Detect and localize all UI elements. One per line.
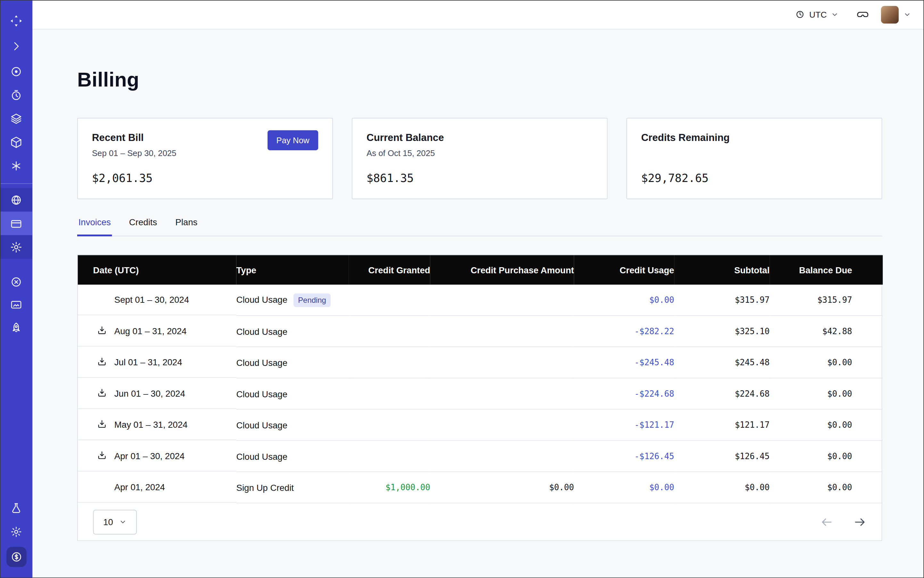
download-invoice-button[interactable] [97, 357, 107, 367]
previous-page-button[interactable] [820, 515, 833, 528]
credit-purchase-value: $0.00 [430, 472, 574, 503]
sidebar-item-monitor[interactable] [0, 296, 32, 313]
layers-icon [10, 112, 23, 125]
subtotal-value: $121.17 [674, 409, 770, 440]
credit-usage-value: -$282.22 [574, 316, 674, 347]
logo-icon[interactable] [0, 12, 32, 29]
credits-remaining-card: Credits Remaining $29,782.65 [626, 118, 882, 199]
credit-usage-value: -$121.17 [574, 409, 674, 440]
credit-usage-value: -$245.48 [574, 347, 674, 378]
account-menu[interactable] [881, 5, 911, 23]
column-header-type: Type [236, 255, 349, 284]
invoice-type: Cloud Usage [236, 294, 288, 304]
tab-plans[interactable]: Plans [174, 213, 199, 236]
table-footer: 10 [78, 503, 882, 541]
balance-due-value: $0.00 [770, 472, 883, 503]
pay-now-button[interactable]: Pay Now [268, 130, 318, 150]
chevron-down-icon [119, 518, 127, 526]
target-icon [10, 65, 23, 78]
balance-due-value: $315.97 [770, 284, 883, 316]
arrow-left-icon [820, 515, 833, 528]
sidebar-item-circle-x[interactable] [0, 273, 32, 290]
page-size-select[interactable]: 10 [93, 510, 137, 534]
glasses-button[interactable] [856, 8, 869, 21]
timezone-label: UTC [809, 10, 827, 19]
invoice-type: Cloud Usage [236, 326, 288, 336]
invoice-date: Jun 01 – 30, 2024 [114, 388, 185, 398]
sidebar-item-rocket[interactable] [0, 320, 32, 336]
tab-invoices[interactable]: Invoices [77, 213, 112, 236]
recent-bill-card: Recent Bill Sep 01 – Sep 30, 2025 $2,061… [77, 118, 333, 199]
sidebar-expand-button[interactable] [0, 38, 32, 54]
credit-granted-value [349, 284, 430, 316]
sidebar-item-settings[interactable] [0, 235, 32, 259]
flask-icon [10, 502, 23, 514]
sun-icon [10, 526, 23, 538]
table-row: Apr 01 – 30, 2024 Cloud Usage -$126.45 $… [78, 440, 883, 472]
download-icon [97, 325, 107, 336]
next-page-button[interactable] [853, 515, 866, 528]
table-row: May 01 – 31, 2024 Cloud Usage -$121.17 $… [78, 409, 883, 440]
chevron-right-icon [10, 40, 23, 52]
main-content: Billing Recent Bill Sep 01 – Sep 30, 202… [32, 29, 924, 578]
table-header: Date (UTC) Type Credit Granted Credit Pu… [78, 255, 883, 284]
subtotal-value: $224.68 [674, 378, 770, 409]
globe-icon [10, 193, 23, 206]
balance-due-value: $0.00 [770, 440, 883, 472]
download-invoice-button[interactable] [97, 419, 107, 430]
sidebar-item-sun[interactable] [0, 523, 32, 540]
table-row: Jul 01 – 31, 2024 Cloud Usage -$245.48 $… [78, 347, 883, 378]
card-amount: $29,782.65 [641, 171, 867, 184]
sidebar-item-layers[interactable] [0, 110, 32, 127]
chevron-down-icon [831, 11, 838, 18]
timezone-selector[interactable]: UTC [795, 9, 839, 19]
sidebar-item-asterisk[interactable] [0, 157, 32, 174]
tab-credits[interactable]: Credits [128, 213, 158, 236]
download-icon [97, 357, 107, 367]
credit-purchase-value [430, 409, 574, 440]
sidebar-divider [0, 183, 32, 184]
sidebar-item-globe[interactable] [0, 188, 32, 212]
avatar [881, 5, 899, 23]
download-icon [97, 388, 107, 398]
download-invoice-button[interactable] [97, 325, 107, 336]
sidebar [0, 0, 32, 578]
sidebar-item-flask[interactable] [0, 500, 32, 516]
table-row: Sept 01 – 30, 2024 Cloud UsagePending $0… [78, 284, 883, 316]
card-title: Current Balance [367, 132, 593, 144]
dollar-coin-icon [10, 551, 22, 563]
sidebar-item-billing[interactable] [0, 211, 32, 235]
monitor-icon [10, 299, 23, 311]
invoice-date: Sept 01 – 30, 2024 [114, 295, 189, 305]
sidebar-group [0, 188, 32, 259]
invoice-date: Apr 01 – 30, 2024 [114, 450, 185, 460]
column-header-date: Date (UTC) [78, 255, 236, 284]
glasses-icon [856, 8, 869, 21]
sidebar-item-target[interactable] [0, 63, 32, 80]
column-header-subtotal: Subtotal [674, 255, 770, 284]
rocket-icon [10, 321, 23, 334]
card-subtitle [641, 148, 867, 159]
sidebar-item-cube[interactable] [0, 134, 32, 151]
download-invoice-button[interactable] [97, 450, 107, 461]
current-balance-card: Current Balance As of Oct 15, 2025 $861.… [352, 118, 607, 199]
credit-card-icon [10, 217, 23, 230]
sidebar-bottom [0, 500, 32, 578]
page-size-value: 10 [103, 517, 113, 527]
balance-due-value: $42.88 [770, 316, 883, 347]
sidebar-item-timer[interactable] [0, 86, 32, 103]
invoice-date: May 01 – 31, 2024 [114, 419, 188, 429]
credit-usage-value: -$126.45 [574, 440, 674, 472]
status-badge: Pending [293, 293, 331, 307]
invoice-type: Cloud Usage [236, 420, 288, 430]
pagination-controls [820, 515, 866, 528]
download-invoice-button[interactable] [97, 388, 107, 398]
sidebar-item-credits[interactable] [6, 547, 26, 567]
credit-granted-value [349, 316, 430, 347]
download-icon [97, 450, 107, 461]
topbar: UTC [32, 0, 924, 29]
compass-logo-icon [9, 14, 23, 27]
column-header-credit-usage: Credit Usage [574, 255, 674, 284]
credit-purchase-value [430, 440, 574, 472]
card-amount: $861.35 [367, 171, 593, 184]
